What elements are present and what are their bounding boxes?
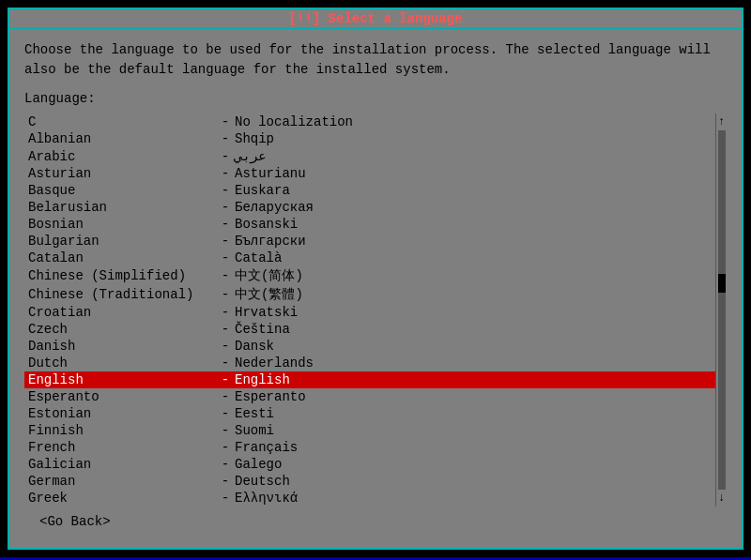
list-item[interactable]: Dutch-Nederlands <box>24 355 715 371</box>
lang-native: Български <box>235 234 306 249</box>
lang-dash: - <box>216 131 235 146</box>
lang-name: Bosnian <box>28 217 216 232</box>
lang-dash: - <box>216 474 235 489</box>
lang-name: Basque <box>28 183 216 198</box>
list-item[interactable]: Bulgarian-Български <box>24 233 715 250</box>
lang-name: Arabic <box>28 149 216 164</box>
list-item[interactable]: Asturian-Asturianu <box>24 165 715 182</box>
lang-native: Bosanski <box>235 217 298 232</box>
lang-native: Čeština <box>235 322 290 337</box>
lang-dash: - <box>216 423 235 438</box>
lang-dash: - <box>216 166 235 181</box>
lang-dash: - <box>216 457 235 472</box>
list-item[interactable]: Chinese (Traditional)-中文(繁體) <box>24 285 715 304</box>
lang-name: Danish <box>28 339 216 354</box>
lang-dash: - <box>216 250 235 265</box>
lang-name: Chinese (Traditional) <box>28 287 216 302</box>
list-item[interactable]: Finnish-Suomi <box>24 422 715 439</box>
lang-native: Euskara <box>235 183 290 198</box>
lang-native: عربي <box>235 148 267 164</box>
list-item[interactable]: C-No localization <box>24 114 715 130</box>
lang-native: Català <box>235 250 282 265</box>
lang-name: Finnish <box>28 423 216 438</box>
lang-dash: - <box>216 234 235 249</box>
lang-dash: - <box>216 183 235 198</box>
lang-native: Shqip <box>235 131 274 146</box>
lang-native: 中文(繁體) <box>235 286 303 303</box>
lang-name: Galician <box>28 457 216 472</box>
language-label: Language: <box>24 91 727 106</box>
list-item[interactable]: Bosnian-Bosanski <box>24 216 715 233</box>
lang-native: English <box>235 372 290 387</box>
list-item[interactable]: Czech-Čeština <box>24 321 715 338</box>
lang-name: French <box>28 440 216 455</box>
lang-native: Hrvatski <box>235 305 298 320</box>
list-item[interactable]: Danish-Dansk <box>24 338 715 355</box>
list-item[interactable]: Galician-Galego <box>24 456 715 473</box>
go-back-button[interactable]: <Go Back> <box>39 514 111 529</box>
list-item[interactable]: French-Français <box>24 439 715 456</box>
lang-dash: - <box>216 389 235 404</box>
lang-native: 中文(简体) <box>235 267 303 284</box>
lang-dash: - <box>216 268 235 283</box>
lang-native: Esperanto <box>235 389 306 404</box>
lang-dash: - <box>216 305 235 320</box>
lang-name: Catalan <box>28 250 216 265</box>
go-back-area: <Go Back> <box>24 507 727 537</box>
list-item[interactable]: Catalan-Català <box>24 250 715 266</box>
scroll-down-arrow[interactable]: ↓ <box>718 492 725 505</box>
window-title: [!!] Select a language <box>289 11 463 26</box>
lang-native: Nederlands <box>235 356 314 371</box>
list-item[interactable]: Greek-Ελληνικά <box>24 490 715 507</box>
lang-name: Greek <box>28 491 216 506</box>
scrollbar: ↑ ↓ <box>715 114 727 507</box>
scroll-up-arrow[interactable]: ↑ <box>718 115 725 129</box>
language-list[interactable]: C-No localizationAlbanian-ShqipArabic-عر… <box>24 114 715 507</box>
lang-native: No localization <box>235 114 353 129</box>
lang-dash: - <box>216 149 235 164</box>
lang-name: German <box>28 474 216 489</box>
lang-dash: - <box>216 200 235 215</box>
lang-name: C <box>28 114 216 129</box>
list-item[interactable]: Croatian-Hrvatski <box>24 304 715 321</box>
list-item[interactable]: Esperanto-Esperanto <box>24 388 715 405</box>
lang-dash: - <box>216 440 235 455</box>
lang-dash: - <box>216 406 235 421</box>
lang-dash: - <box>216 322 235 337</box>
list-item[interactable]: Basque-Euskara <box>24 182 715 199</box>
lang-dash: - <box>216 372 235 387</box>
lang-name: Croatian <box>28 305 216 320</box>
lang-native: Galego <box>235 457 282 472</box>
lang-dash: - <box>216 114 235 129</box>
list-item[interactable]: German-Deutsch <box>24 473 715 490</box>
lang-dash: - <box>216 356 235 371</box>
lang-dash: - <box>216 217 235 232</box>
title-bar: [!!] Select a language <box>9 9 742 29</box>
lang-native: Ελληνικά <box>235 491 298 506</box>
list-item[interactable]: Chinese (Simplified)-中文(简体) <box>24 266 715 285</box>
lang-native: Français <box>235 440 298 455</box>
list-item[interactable]: Estonian-Eesti <box>24 405 715 422</box>
lang-native: Беларуская <box>235 200 314 215</box>
list-item[interactable]: Belarusian-Беларуская <box>24 199 715 216</box>
language-list-container: C-No localizationAlbanian-ShqipArabic-عر… <box>24 114 727 507</box>
lang-dash: - <box>216 339 235 354</box>
main-window: [!!] Select a language Choose the langua… <box>8 8 743 550</box>
list-item[interactable]: English-English <box>24 371 715 388</box>
lang-native: Suomi <box>235 423 274 438</box>
lang-native: Eesti <box>235 406 274 421</box>
lang-name: Esperanto <box>28 389 216 404</box>
lang-name: Asturian <box>28 166 216 181</box>
lang-name: Estonian <box>28 406 216 421</box>
lang-native: Dansk <box>235 339 274 354</box>
lang-name: Czech <box>28 322 216 337</box>
list-item[interactable]: Arabic-عربي <box>24 147 715 165</box>
lang-name: Bulgarian <box>28 234 216 249</box>
lang-name: Albanian <box>28 131 216 146</box>
list-item[interactable]: Albanian-Shqip <box>24 130 715 147</box>
lang-dash: - <box>216 287 235 302</box>
lang-name: Belarusian <box>28 200 216 215</box>
lang-name: Chinese (Simplified) <box>28 268 216 283</box>
content-area: Choose the language to be used for the i… <box>9 29 742 548</box>
lang-native: Asturianu <box>235 166 306 181</box>
